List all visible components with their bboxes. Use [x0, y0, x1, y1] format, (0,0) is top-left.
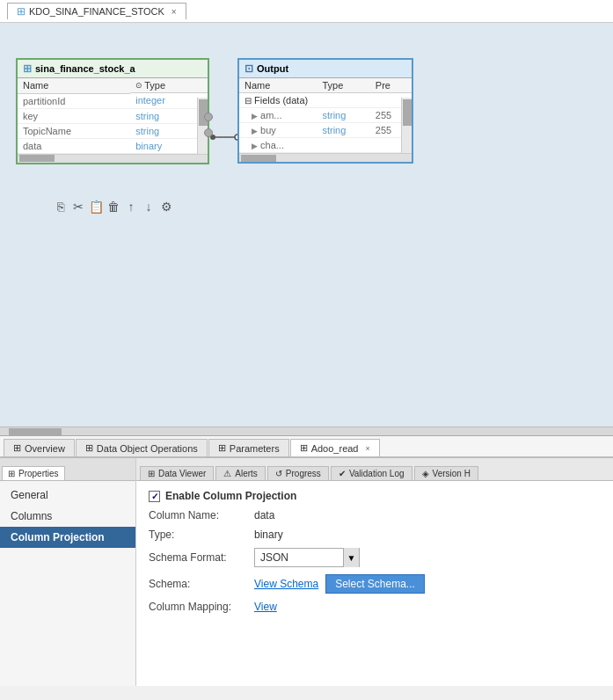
type-row: Type: binary — [149, 529, 601, 541]
tab-properties-label: Properties — [18, 469, 59, 478]
source-node-table: Name ⊙Type partitionId integer key strin… — [18, 78, 208, 154]
tab-version-h[interactable]: ◈ Version H — [414, 466, 478, 480]
select-schema-button[interactable]: Select Schema... — [325, 574, 425, 594]
validation-icon: ✔ — [339, 469, 346, 478]
scrollbar-thumb — [403, 99, 412, 126]
output-node-scrollbar-h[interactable] — [239, 153, 412, 162]
adoo-icon: ⊞ — [300, 442, 308, 454]
props-sidebar: ⊞ Properties General Columns Column Proj… — [0, 458, 136, 686]
title-bar: ⊞ KDO_SINA_FINANCE_STOCK × — [0, 0, 613, 23]
scrollbar-h-thumb — [241, 155, 276, 162]
schema-format-select[interactable]: JSON ▼ — [254, 548, 360, 567]
tab-validation-label: Validation Log — [349, 469, 405, 478]
cell-type: string — [317, 108, 369, 123]
enable-section: Enable Column Projection — [149, 490, 601, 502]
enable-checkbox[interactable] — [149, 491, 160, 502]
props-main: ⊞ Data Viewer ⚠ Alerts ↺ Progress ✔ Vali… — [136, 458, 613, 686]
move-down-icon[interactable]: ↓ — [141, 199, 157, 215]
enable-label: Enable Column Projection — [165, 490, 296, 502]
move-up-icon[interactable]: ↑ — [123, 199, 139, 215]
nav-column-projection[interactable]: Column Projection — [0, 527, 135, 548]
tab-alerts[interactable]: ⚠ Alerts — [215, 466, 266, 480]
view-schema-link[interactable]: View Schema — [254, 578, 318, 590]
settings-icon[interactable]: ⚙ — [158, 199, 174, 215]
col-name-header: Name — [18, 78, 130, 93]
column-projection-content: Enable Column Projection Column Name: da… — [136, 481, 613, 686]
nav-columns-label: Columns — [11, 510, 52, 522]
properties-panel: ⊞ Properties General Columns Column Proj… — [0, 457, 613, 686]
cell-name: TopicName — [18, 123, 130, 138]
type-label: Type: — [149, 529, 254, 541]
column-mapping-link[interactable]: View — [254, 601, 277, 613]
cell-type: string — [130, 123, 208, 138]
tab-parameters[interactable]: ⊞ Parameters — [208, 439, 289, 456]
table-row: ▶ buy string 255 — [239, 123, 412, 138]
column-mapping-label: Column Mapping: — [149, 601, 254, 613]
overview-icon: ⊞ — [13, 442, 21, 454]
schema-format-label: Schema Format: — [149, 551, 254, 564]
tab-validation-log[interactable]: ✔ Validation Log — [331, 466, 412, 480]
editor-tab-close[interactable]: × — [171, 7, 177, 17]
cell-name: ▶ buy — [239, 123, 317, 138]
operations-icon: ⊞ — [85, 442, 93, 454]
cell-name: partitionId — [18, 93, 130, 108]
tab-data-object-operations[interactable]: ⊞ Data Object Operations — [76, 439, 208, 456]
cell-type: string — [130, 108, 208, 123]
output-node-title: Output — [257, 63, 288, 74]
nav-column-projection-label: Column Projection — [11, 531, 105, 543]
cut-icon[interactable]: ✂ — [70, 199, 86, 215]
table-row: data binary — [18, 138, 208, 153]
tab-progress-label: Progress — [286, 469, 321, 478]
cell-type: binary — [130, 138, 208, 153]
source-node[interactable]: ⊞ sina_finance_stock_a Name ⊙Type partit… — [16, 58, 209, 164]
props-nav: General Columns Column Projection — [0, 481, 135, 551]
cell-type: integer — [130, 93, 208, 108]
canvas-scrollbar-h-thumb — [9, 428, 62, 435]
tab-properties[interactable]: ⊞ Properties — [2, 466, 65, 481]
output-node-table-wrapper: Name Type Pre ⊟ Fields (data) ▶ am... — [239, 78, 412, 153]
tab-operations-label: Data Object Operations — [97, 443, 198, 454]
cell-type — [317, 138, 369, 153]
output-ports — [204, 113, 213, 137]
schema-row: Schema: View Schema Select Schema... — [149, 574, 601, 594]
editor-tab-label: KDO_SINA_FINANCE_STOCK — [29, 6, 164, 17]
cell-name: ▶ am... — [239, 108, 317, 123]
node-toolbar: ⎘ ✂ 📋 🗑 ↑ ↓ ⚙ — [53, 199, 174, 215]
tab-alerts-label: Alerts — [235, 469, 258, 478]
port-dot[interactable] — [204, 113, 213, 121]
progress-icon: ↺ — [275, 469, 282, 478]
editor-tab[interactable]: ⊞ KDO_SINA_FINANCE_STOCK × — [7, 3, 186, 19]
views-tab-bar: ⊞ Properties — [0, 458, 135, 481]
props-views-tab-bar: ⊞ Data Viewer ⚠ Alerts ↺ Progress ✔ Vali… — [136, 458, 613, 481]
cell-group: ⊟ Fields (data) — [239, 93, 412, 108]
nav-general[interactable]: General — [0, 485, 135, 506]
copy-icon[interactable]: ⎘ — [53, 199, 69, 215]
nav-columns[interactable]: Columns — [0, 506, 135, 527]
table-row: ▶ am... string 255 — [239, 108, 412, 123]
bottom-tabs-bar: ⊞ Overview ⊞ Data Object Operations ⊞ Pa… — [0, 436, 613, 457]
output-node[interactable]: ⊡ Output Name Type Pre ⊟ Fields (data) — [237, 58, 413, 164]
version-icon: ◈ — [422, 469, 429, 478]
tab-overview[interactable]: ⊞ Overview — [4, 439, 75, 456]
source-node-scrollbar-h[interactable] — [18, 154, 208, 163]
tab-data-viewer[interactable]: ⊞ Data Viewer — [140, 466, 214, 480]
cell-name: data — [18, 138, 130, 153]
canvas-scrollbar-h[interactable] — [0, 427, 613, 435]
delete-icon[interactable]: 🗑 — [106, 199, 121, 215]
column-name-label: Column Name: — [149, 509, 254, 521]
col-type-header: Type — [317, 78, 369, 93]
column-name-row: Column Name: data — [149, 509, 601, 521]
tab-progress[interactable]: ↺ Progress — [267, 466, 329, 480]
paste-icon[interactable]: 📋 — [88, 199, 104, 215]
table-row: partitionId integer — [18, 93, 208, 108]
schema-label: Schema: — [149, 578, 254, 590]
port-dot[interactable] — [204, 128, 213, 137]
schema-format-value: JSON — [255, 551, 343, 564]
adoo-tab-close[interactable]: × — [365, 444, 369, 453]
source-node-title: sina_finance_stock_a — [35, 63, 135, 74]
tab-adoo-read[interactable]: ⊞ Adoo_read × — [290, 439, 380, 456]
column-mapping-row: Column Mapping: View — [149, 601, 601, 613]
canvas-area: ⊞ sina_finance_stock_a Name ⊙Type partit… — [0, 23, 613, 436]
schema-format-dropdown-arrow[interactable]: ▼ — [343, 548, 359, 567]
output-node-scrollbar-v[interactable] — [401, 98, 412, 153]
